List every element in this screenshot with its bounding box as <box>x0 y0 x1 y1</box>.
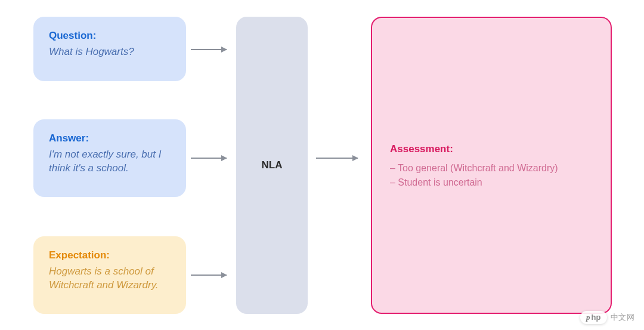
assessment-item-1: – Student is uncertain <box>390 175 593 190</box>
expectation-title: Expectation: <box>49 249 171 261</box>
nla-label: NLA <box>262 159 283 171</box>
arrow-expectation-to-nla <box>191 275 227 276</box>
question-card: Question: What is Hogwarts? <box>33 17 186 81</box>
arrow-answer-to-nla <box>191 158 227 159</box>
arrow-nla-to-assessment <box>316 158 358 159</box>
arrow-question-to-nla <box>191 49 227 50</box>
watermark-hp: hp <box>592 313 601 322</box>
question-body: What is Hogwarts? <box>49 45 171 59</box>
watermark-p: p <box>586 313 590 322</box>
answer-card: Answer: I'm not exactly sure, but I thin… <box>33 119 186 197</box>
answer-body: I'm not exactly sure, but I think it's a… <box>49 148 171 175</box>
watermark-tail: 中文网 <box>611 312 635 323</box>
watermark-logo: php <box>580 311 606 324</box>
question-title: Question: <box>49 30 171 42</box>
diagram-canvas: Question: What is Hogwarts? Answer: I'm … <box>0 0 644 330</box>
expectation-body: Hogwarts is a school of Witchcraft and W… <box>49 265 171 292</box>
expectation-card: Expectation: Hogwarts is a school of Wit… <box>33 236 186 314</box>
answer-title: Answer: <box>49 132 171 144</box>
assessment-item-0: – Too general (Witchcraft and Wizardry) <box>390 161 593 175</box>
watermark: php 中文网 <box>580 311 634 324</box>
assessment-card: Assessment: – Too general (Witchcraft an… <box>371 17 612 314</box>
assessment-title: Assessment: <box>390 143 593 155</box>
nla-processor: NLA <box>236 17 308 314</box>
